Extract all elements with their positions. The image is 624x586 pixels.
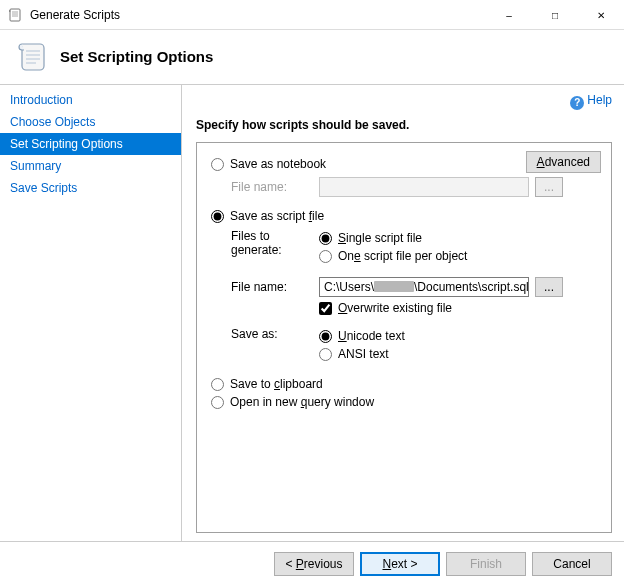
files-to-generate-label: Files to generate: xyxy=(231,229,319,257)
svg-rect-0 xyxy=(10,9,20,21)
open-new-query-label: Open in new query window xyxy=(230,395,374,409)
unicode-text-radio[interactable] xyxy=(319,330,332,343)
advanced-button[interactable]: Advanced xyxy=(526,151,601,173)
ansi-text-radio[interactable] xyxy=(319,348,332,361)
cancel-button[interactable]: Cancel xyxy=(532,552,612,576)
close-button[interactable]: ✕ xyxy=(578,0,624,30)
help-link[interactable]: ?Help xyxy=(570,93,612,107)
page-title: Set Scripting Options xyxy=(60,48,213,65)
notebook-filename-label: File name: xyxy=(231,180,319,194)
single-script-file-radio[interactable] xyxy=(319,232,332,245)
options-group: Advanced Save as notebook File name: ...… xyxy=(196,142,612,533)
instruction-text: Specify how scripts should be saved. xyxy=(196,118,612,132)
content: ?Help Specify how scripts should be save… xyxy=(182,85,624,541)
overwrite-label: Overwrite existing file xyxy=(338,301,452,315)
finish-button: Finish xyxy=(446,552,526,576)
previous-button[interactable]: < Previous xyxy=(274,552,354,576)
single-script-file-label: Single script file xyxy=(338,231,422,245)
filename-input[interactable] xyxy=(319,277,529,297)
ansi-text-label: ANSI text xyxy=(338,347,389,361)
save-to-clipboard-radio[interactable] xyxy=(211,378,224,391)
sidebar-item-choose-objects[interactable]: Choose Objects xyxy=(0,111,181,133)
advanced-rest: dvanced xyxy=(545,155,590,169)
sidebar-item-introduction[interactable]: Introduction xyxy=(0,89,181,111)
maximize-button[interactable]: □ xyxy=(532,0,578,30)
window-controls: – □ ✕ xyxy=(486,0,624,29)
script-scroll-icon xyxy=(14,38,50,74)
sidebar-item-label: Choose Objects xyxy=(10,115,95,129)
notebook-filename-input xyxy=(319,177,529,197)
browse-button[interactable]: ... xyxy=(535,277,563,297)
page-header: Set Scripting Options xyxy=(0,30,624,85)
help-icon: ? xyxy=(570,96,584,110)
next-button[interactable]: Next > xyxy=(360,552,440,576)
sidebar-item-set-scripting-options[interactable]: Set Scripting Options xyxy=(0,133,181,155)
one-file-per-object-radio[interactable] xyxy=(319,250,332,263)
overwrite-checkbox[interactable] xyxy=(319,302,332,315)
sidebar-item-save-scripts[interactable]: Save Scripts xyxy=(0,177,181,199)
titlebar: Generate Scripts – □ ✕ xyxy=(0,0,624,30)
notebook-browse-button: ... xyxy=(535,177,563,197)
help-label: Help xyxy=(587,93,612,107)
save-as-notebook-radio[interactable] xyxy=(211,158,224,171)
sidebar-item-label: Save Scripts xyxy=(10,181,77,195)
sidebar: Introduction Choose Objects Set Scriptin… xyxy=(0,85,182,541)
unicode-text-label: Unicode text xyxy=(338,329,405,343)
sidebar-item-label: Summary xyxy=(10,159,61,173)
body: Introduction Choose Objects Set Scriptin… xyxy=(0,85,624,541)
save-as-script-file-label: Save as script file xyxy=(230,209,324,223)
save-as-script-file-radio[interactable] xyxy=(211,210,224,223)
save-as-label: Save as: xyxy=(231,327,319,341)
footer: < Previous Next > Finish Cancel xyxy=(0,541,624,586)
app-icon xyxy=(8,7,24,23)
sidebar-item-summary[interactable]: Summary xyxy=(0,155,181,177)
open-new-query-radio[interactable] xyxy=(211,396,224,409)
sidebar-item-label: Set Scripting Options xyxy=(10,137,123,151)
window-title: Generate Scripts xyxy=(30,8,486,22)
sidebar-item-label: Introduction xyxy=(10,93,73,107)
save-as-notebook-label: Save as notebook xyxy=(230,157,326,171)
cancel-label: Cancel xyxy=(553,557,590,571)
minimize-button[interactable]: – xyxy=(486,0,532,30)
filename-label: File name: xyxy=(231,280,319,294)
save-to-clipboard-label: Save to clipboard xyxy=(230,377,323,391)
finish-label: Finish xyxy=(470,557,502,571)
one-file-per-object-label: One script file per object xyxy=(338,249,467,263)
